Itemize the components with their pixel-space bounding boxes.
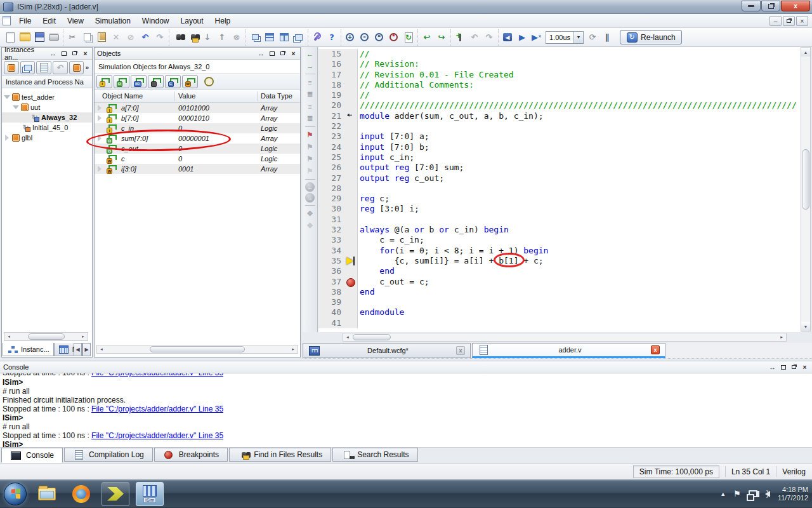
scroll-thumb[interactable] (353, 334, 391, 340)
menu-file[interactable]: File (13, 15, 37, 27)
tile-horizontal-button[interactable] (263, 30, 277, 44)
restore-icon[interactable] (790, 363, 798, 371)
zoom-full-button[interactable] (372, 30, 386, 44)
editor-hscrollbar[interactable]: ◂ ▸ (343, 333, 787, 342)
code-line-18[interactable]: 18// Additional Comments: (318, 80, 801, 90)
save-button[interactable] (32, 30, 46, 44)
console-file-link[interactable]: File "C:/projects/adder/adder.v" Line 35 (91, 431, 223, 440)
expander-icon[interactable] (96, 166, 103, 172)
step-button[interactable]: ⟳ (586, 30, 599, 44)
clear-bookmarks-button[interactable]: ⚑ (304, 166, 316, 177)
taskbar-ise-button[interactable] (102, 482, 129, 506)
start-button[interactable] (4, 483, 27, 505)
undo-button[interactable]: ↶ (138, 30, 152, 44)
code-line-32[interactable]: 32always @(a or b or c_in) begin (318, 225, 801, 235)
stop-button[interactable]: ⊗ (230, 30, 244, 44)
code-line-15[interactable]: 15// (318, 49, 801, 59)
object-row-i_3_0_[interactable]: Wi[3:0]0001Array (95, 164, 300, 174)
code-line-25[interactable]: 25input c_in; (318, 152, 801, 163)
overlap-windows-button[interactable] (292, 30, 306, 44)
scroll-left-icon[interactable]: ◂ (98, 347, 105, 352)
print-button[interactable] (47, 30, 61, 44)
tree-item-initial_45_0[interactable]: ↻Initial_45_0 (2, 123, 92, 133)
nav-back-button[interactable]: ← (305, 182, 315, 192)
tree-item-uut[interactable]: uut (2, 102, 92, 112)
taskbar-explorer-button[interactable] (33, 482, 61, 506)
column-data-type[interactable]: Data Type (261, 92, 292, 100)
scroll-up-icon[interactable]: ▲ (801, 48, 810, 57)
maximize-icon[interactable] (60, 50, 68, 58)
restore-icon[interactable] (70, 50, 79, 58)
run-for-time-button[interactable]: ▶ˣ (530, 30, 544, 44)
expander-icon[interactable] (4, 135, 10, 141)
redo-button[interactable]: ↷ (153, 30, 167, 44)
menu-view[interactable]: View (62, 15, 89, 27)
help-cursor-button[interactable]: ? (325, 30, 339, 44)
code-editor[interactable]: 15//16// Revision:17// Revision 0.01 - F… (318, 47, 801, 332)
cascade-windows-button[interactable] (248, 30, 262, 44)
bookmark-marker-icon[interactable] (345, 111, 358, 121)
scroll-thumb[interactable] (802, 149, 809, 210)
pan-button[interactable]: ✥ (304, 208, 316, 219)
instances-hscrollbar[interactable]: ◂ ▸ (4, 332, 88, 341)
close-button[interactable]: x (781, 1, 810, 11)
code-line-37[interactable]: 37 c_out = c; (318, 277, 801, 287)
object-row-c[interactable]: Wc0Logic (95, 154, 300, 164)
console-output[interactable]: Stopped at time : 100 ns : File "C:/proj… (0, 373, 812, 448)
inout-filter-button[interactable]: I/O (131, 75, 147, 88)
scroll-thumb[interactable] (150, 346, 245, 352)
pause-button[interactable]: ∥ (600, 30, 614, 44)
tab-scroll-right[interactable]: ▶ (82, 343, 91, 356)
code-line-26[interactable]: 26output reg [7:0] sum; (318, 163, 801, 173)
close-icon[interactable]: × (801, 363, 809, 371)
bottom-tab-breakpoints[interactable]: Breakpoints (154, 448, 228, 462)
breakpoint-marker-icon[interactable] (345, 277, 358, 287)
chevron-down-icon[interactable]: ▼ (573, 32, 583, 43)
delete-button[interactable]: ✕ (109, 30, 123, 44)
maximize-icon[interactable] (779, 363, 787, 371)
find-button[interactable] (171, 30, 185, 44)
console-file-link[interactable]: File "C:/projects/adder/adder.v" Line 35 (91, 373, 223, 377)
copy-button[interactable] (80, 30, 94, 44)
zoom-out-button[interactable] (358, 30, 372, 44)
next-transition-button[interactable]: ↷ (482, 30, 496, 44)
taskbar-clock[interactable]: 4:18 PM11/7/2012 (778, 486, 808, 502)
paste-button[interactable] (95, 30, 108, 44)
menu-edit[interactable]: Edit (37, 15, 62, 27)
zoom-area-button[interactable] (387, 30, 401, 44)
comment-lines-button[interactable]: ≡ (304, 77, 316, 88)
code-line-23[interactable]: 23input [7:0] a; (318, 131, 801, 142)
bottom-tab-search-results[interactable]: Search Results (332, 448, 417, 462)
code-line-34[interactable]: 34 for(i = 0; i < 8; i = i + 1) begin (318, 246, 801, 256)
tab-scroll-left[interactable]: ◀ (74, 343, 82, 356)
expander-icon[interactable] (13, 104, 19, 110)
code-line-16[interactable]: 16// Revision: (318, 59, 801, 69)
restart-button[interactable] (501, 30, 514, 44)
find-prev-button[interactable]: ↑ (215, 30, 229, 44)
taskbar-firefox-button[interactable] (67, 482, 95, 506)
tree-item-glbl[interactable]: glbl (2, 133, 92, 143)
code-line-27[interactable]: 27output reg c_out; (318, 173, 801, 184)
prev-transition-button[interactable]: ↶ (468, 30, 481, 44)
instances-filter-button[interactable] (4, 61, 19, 74)
uncomment-lines-button[interactable]: ≣ (304, 89, 316, 100)
editor-vscrollbar[interactable]: ▲ ▼ (801, 47, 811, 331)
pan-off-button[interactable]: ✥ (304, 220, 316, 231)
minimize-button[interactable] (742, 1, 761, 11)
close-tab-icon[interactable]: x (456, 346, 465, 355)
taskbar-isim-button[interactable]: ISim (136, 482, 164, 506)
tree-item-always_32[interactable]: ↻Always_32 (2, 112, 92, 123)
mdi-minimize-button[interactable]: – (769, 16, 782, 26)
open-file-button[interactable] (18, 30, 32, 44)
internal-filter-button[interactable] (148, 75, 164, 88)
scroll-left-icon[interactable]: ◂ (5, 334, 13, 339)
add-marker-button[interactable] (453, 30, 467, 44)
maximize-icon[interactable] (268, 50, 276, 58)
menu-layout[interactable]: Layout (175, 15, 209, 27)
tile-vertical-button[interactable] (277, 30, 291, 44)
action-center-flag-icon[interactable]: ⚑ (733, 489, 741, 498)
tree-item-test_adder[interactable]: test_adder (2, 92, 92, 102)
code-line-17[interactable]: 17// Revision 0.01 - File Created (318, 70, 801, 80)
current-marker-icon[interactable] (345, 256, 358, 266)
instances-column-header[interactable]: Instance and Process Na (2, 76, 92, 88)
